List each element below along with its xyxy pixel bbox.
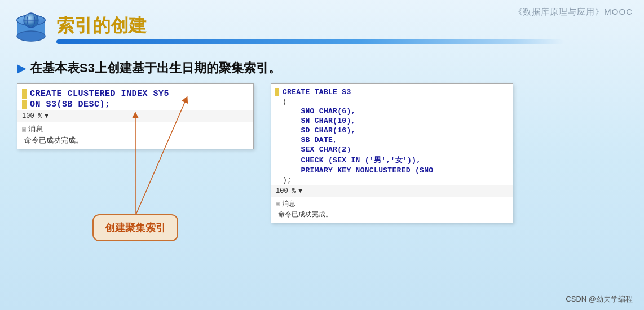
subtitle: ▶ 在基本表S3上创建基于出生日期的聚集索引。 bbox=[0, 50, 644, 83]
annotation-text: 创建聚集索引 bbox=[105, 222, 166, 233]
right-code-text-sb: SB DATE, bbox=[283, 136, 337, 144]
right-msg-label: 消息 bbox=[282, 199, 295, 209]
left-msg-label: 消息 bbox=[28, 124, 43, 134]
right-code-text-sd: SD CHAR(16), bbox=[283, 126, 356, 135]
watermark: 《数据库原理与应用》MOOC bbox=[514, 7, 633, 17]
svg-point-2 bbox=[17, 31, 45, 41]
right-code-header-line: CREATE TABLE S3 bbox=[271, 87, 513, 97]
right-code-line-sd: SD CHAR(16), bbox=[271, 126, 513, 135]
right-code-text-check: CHECK (SEX IN ('男','女')), bbox=[283, 155, 421, 165]
left-zoom-dropdown[interactable]: ▼ bbox=[45, 112, 48, 120]
right-code-line-sno: SNO CHAR(6), bbox=[271, 107, 513, 116]
database-icon bbox=[11, 10, 51, 50]
right-code-inner: CREATE TABLE S3 ( SNO CHAR(6), SN CHAR(1… bbox=[271, 84, 513, 185]
title-underline bbox=[56, 39, 564, 44]
code-line-2: ON S3(SB DESC); bbox=[17, 99, 253, 110]
right-code-paren-close-line: ); bbox=[271, 175, 513, 185]
page-title: 索引的创建 bbox=[56, 16, 627, 36]
annotation-box: 创建聚集索引 bbox=[92, 214, 178, 241]
right-zoom-bar: 100 % ▼ bbox=[271, 185, 513, 197]
left-msg-body: 命令已成功完成。 bbox=[22, 134, 249, 145]
right-line-marker-h bbox=[275, 88, 279, 96]
left-zoom-text: 100 % bbox=[22, 112, 42, 120]
right-zoom-dropdown[interactable]: ▼ bbox=[298, 187, 302, 195]
right-code-text-pk: PRIMARY KEY NONCLUSTERED (SNO bbox=[283, 166, 433, 175]
left-zoom-bar: 100 % ▼ bbox=[17, 110, 253, 122]
right-code-line-pk: PRIMARY KEY NONCLUSTERED (SNO bbox=[271, 166, 513, 175]
right-code-window: CREATE TABLE S3 ( SNO CHAR(6), SN CHAR(1… bbox=[271, 83, 513, 223]
right-code-header: CREATE TABLE S3 bbox=[283, 88, 351, 96]
right-msg-body: 命令已成功完成。 bbox=[276, 209, 508, 219]
credit: CSDN @劲夫学编程 bbox=[566, 294, 633, 304]
title-container: 索引的创建 bbox=[56, 16, 627, 43]
left-block-wrapper: CREATE CLUSTERED INDEX SY5 ON S3(SB DESC… bbox=[17, 83, 254, 253]
msg-icon: ▣ bbox=[22, 125, 26, 134]
line-marker-1 bbox=[22, 89, 27, 99]
arrow-icon: ▶ bbox=[17, 61, 25, 75]
right-code-text-sno: SNO CHAR(6), bbox=[283, 107, 356, 116]
right-code-text-sn: SN CHAR(10), bbox=[283, 117, 356, 125]
right-code-text-sex: SEX CHAR(2) bbox=[283, 145, 351, 154]
subtitle-text: 在基本表S3上创建基于出生日期的聚集索引。 bbox=[30, 60, 281, 77]
line-marker-2 bbox=[22, 100, 27, 109]
code-text-1: CREATE CLUSTERED INDEX SY5 bbox=[30, 89, 169, 99]
code-text-2: ON S3(SB DESC); bbox=[30, 100, 111, 109]
right-code-paren-open: ( bbox=[283, 98, 287, 106]
right-code-paren-open-line: ( bbox=[271, 97, 513, 107]
left-code-window: CREATE CLUSTERED INDEX SY5 ON S3(SB DESC… bbox=[17, 83, 254, 149]
right-zoom-text: 100 % bbox=[276, 187, 296, 195]
right-msg-icon: ▣ bbox=[276, 200, 280, 207]
right-block: CREATE TABLE S3 ( SNO CHAR(6), SN CHAR(1… bbox=[271, 83, 513, 223]
right-code-line-check: CHECK (SEX IN ('男','女')), bbox=[271, 154, 513, 166]
content-area: CREATE CLUSTERED INDEX SY5 ON S3(SB DESC… bbox=[0, 83, 644, 253]
left-msg-section: ▣ 消息 命令已成功完成。 bbox=[17, 122, 253, 149]
right-code-line-sex: SEX CHAR(2) bbox=[271, 145, 513, 154]
code-line-1: CREATE CLUSTERED INDEX SY5 bbox=[17, 88, 253, 99]
right-code-line-sb: SB DATE, bbox=[271, 135, 513, 145]
right-code-paren-close: ); bbox=[283, 176, 292, 184]
right-code-line-sn: SN CHAR(10), bbox=[271, 116, 513, 126]
right-msg-section: ▣ 消息 命令已成功完成。 bbox=[271, 197, 513, 223]
